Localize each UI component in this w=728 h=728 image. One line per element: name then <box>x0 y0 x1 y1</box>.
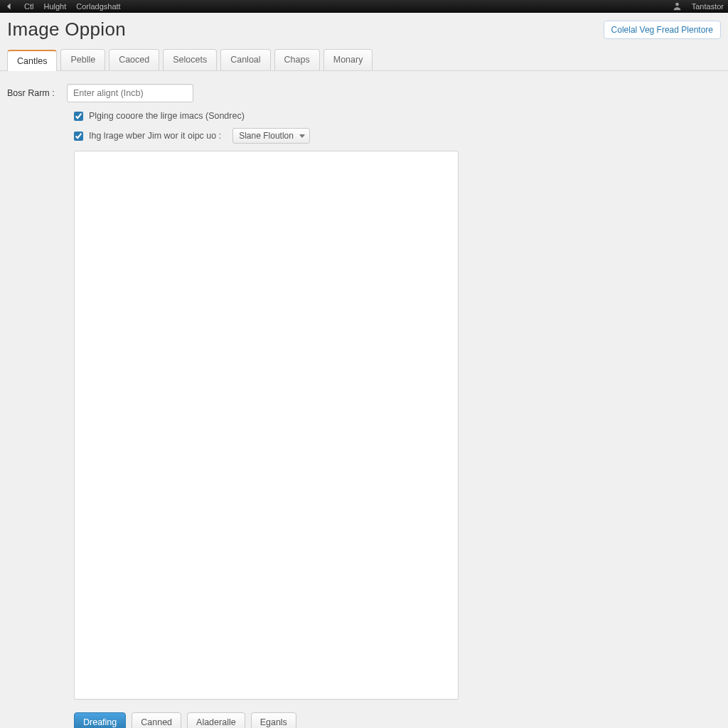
top-menu-bar: Ctl Hulght Corladgshatt Tantastor <box>0 0 728 13</box>
tab-monary[interactable]: Monary <box>323 49 373 70</box>
image-canvas[interactable] <box>74 151 459 700</box>
aladeralle-button[interactable]: Aladeralle <box>187 712 245 728</box>
tab-caoced[interactable]: Caoced <box>109 49 159 70</box>
field-label: Bosr Rarm : <box>7 88 67 98</box>
topbar-item-2[interactable]: Hulght <box>43 2 66 11</box>
user-icon[interactable] <box>673 1 682 12</box>
header-action-button[interactable]: Colelal Veg Fread Plentore <box>604 21 721 39</box>
checkbox-image-when-label: Ihg lrage wber Jim wor it oipc uo : <box>89 131 221 141</box>
tab-selocets[interactable]: Selocets <box>163 49 217 70</box>
checkbox-coordinate[interactable] <box>74 112 83 121</box>
form-area: Bosr Rarm : Plging cooore the lirge imac… <box>0 71 728 728</box>
page-title: Image Oppion <box>7 18 126 41</box>
topbar-item-3[interactable]: Corladgshatt <box>76 2 120 11</box>
resolution-select[interactable]: Slane Floutlon <box>232 128 310 144</box>
eganls-button[interactable]: Eganls <box>251 712 296 728</box>
tab-cantles[interactable]: Cantles <box>7 50 57 71</box>
back-icon[interactable] <box>4 1 14 11</box>
primary-action-button[interactable]: Dreafing <box>74 712 126 728</box>
cancel-button[interactable]: Canned <box>132 712 181 728</box>
topbar-right-label[interactable]: Tantastor <box>692 2 724 11</box>
page-header: Image Oppion Colelal Veg Fread Plentore <box>0 13 728 49</box>
checkbox-coordinate-label: Plging cooore the lirge imacs (Sondrec) <box>89 111 245 121</box>
checkbox-image-when[interactable] <box>74 132 83 141</box>
svg-point-0 <box>675 2 679 6</box>
footer-buttons: Dreafing Canned Aladeralle Eganls <box>74 712 721 728</box>
tab-canloal[interactable]: Canloal <box>220 49 270 70</box>
tab-peblle[interactable]: Peblle <box>60 49 105 70</box>
tabs-container: Cantles Peblle Caoced Selocets Canloal C… <box>0 49 728 71</box>
tab-chaps[interactable]: Chaps <box>274 49 320 70</box>
align-input[interactable] <box>67 84 193 102</box>
topbar-item-1[interactable]: Ctl <box>24 2 33 11</box>
